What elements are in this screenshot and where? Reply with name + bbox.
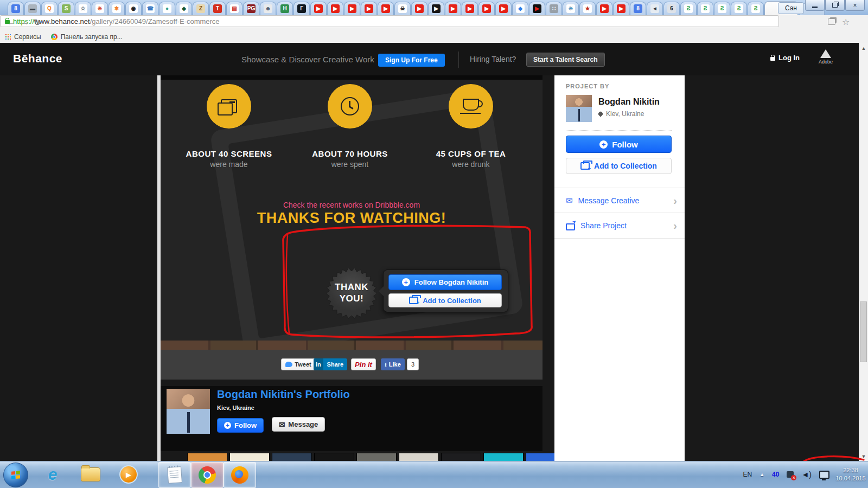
google-tab[interactable]: 8: [8, 2, 24, 15]
youtube-tab[interactable]: ▶: [495, 2, 512, 15]
share-project-row[interactable]: Share Project ›: [554, 213, 685, 239]
dribbble-link[interactable]: Check the recent works on Dribbble.com: [161, 201, 542, 209]
facebook-like-button[interactable]: fLike: [381, 358, 405, 370]
internet-explorer-button[interactable]: e: [42, 464, 63, 485]
follow-creator-button[interactable]: + Follow Bogdan Nikitin: [388, 274, 502, 290]
youtube-tab[interactable]: ▶: [361, 2, 377, 15]
youtube-tab[interactable]: ▶: [378, 2, 394, 15]
network-icon[interactable]: [819, 471, 829, 479]
youtube-dark-favicon: ▶: [432, 4, 441, 13]
bookmark-services[interactable]: Сервисы: [14, 33, 41, 41]
globe-teal-tab[interactable]: ●: [159, 2, 175, 15]
star-tab[interactable]: ☆: [75, 2, 91, 15]
forward-button[interactable]: →: [21, 17, 29, 27]
portfolio-title[interactable]: Bogdan Nikitin's Portfolio: [217, 388, 350, 401]
add-to-collection-button[interactable]: Add to Collection: [388, 293, 502, 307]
linkedin-share-button[interactable]: inShare: [314, 358, 347, 370]
sberbank-tab[interactable]: Ƨ: [731, 2, 747, 15]
pg-tab[interactable]: PG: [243, 2, 259, 15]
notepad-button[interactable]: [158, 462, 191, 488]
address-bar[interactable]: https://www.behance.net/gallery/24660049…: [0, 15, 779, 27]
scroll-down-arrow[interactable]: ▼: [860, 454, 867, 459]
youtube-tab[interactable]: ▶: [613, 2, 629, 15]
pinit-button[interactable]: Pin it: [351, 358, 376, 370]
youtube-tab[interactable]: ▶: [596, 2, 612, 15]
sberbank-tab[interactable]: Ƨ: [714, 2, 730, 15]
youtube-tab[interactable]: ▶: [462, 2, 478, 15]
creator-location[interactable]: Kiev, Ukraine: [598, 110, 644, 118]
message-creative-row[interactable]: ✉ Message Creative ›: [554, 188, 685, 213]
volume-icon[interactable]: ◄): [801, 470, 812, 479]
scroll-up-arrow[interactable]: ▲: [860, 46, 867, 51]
tray-clock[interactable]: 22:3810.04.2015: [833, 466, 868, 483]
firefox-button[interactable]: [224, 462, 256, 488]
split-view-icon[interactable]: [828, 18, 835, 25]
youtube-dark-tab[interactable]: ▶: [529, 2, 545, 15]
sidebar-follow-button[interactable]: +Follow: [566, 136, 672, 153]
file-explorer-button[interactable]: [80, 464, 101, 485]
creator-name[interactable]: Bogdan Nikitin: [598, 97, 660, 107]
media-red-tab[interactable]: ▤: [226, 2, 242, 15]
signup-button[interactable]: Sign Up For Free: [378, 54, 445, 67]
hidden-icons-arrow[interactable]: ▲: [760, 472, 764, 477]
tray-badge-40[interactable]: 40: [772, 471, 779, 478]
youtube-tab[interactable]: ▶: [478, 2, 495, 15]
gamepad-tab[interactable]: ▬: [24, 2, 41, 15]
bookmark-app-launcher[interactable]: Панель запуска пр...: [61, 33, 123, 41]
grey-dots-tab[interactable]: ∷: [546, 2, 562, 15]
restore-button[interactable]: [825, 0, 845, 11]
h-green-tab[interactable]: H: [277, 2, 293, 15]
phone-tab[interactable]: ☎: [142, 2, 158, 15]
q-orange-tab[interactable]: Q: [41, 2, 58, 15]
profile-button[interactable]: Сан: [778, 2, 804, 14]
login-button[interactable]: Log In: [769, 54, 800, 62]
gem-tab[interactable]: ◆: [176, 2, 192, 15]
sberbank-tab[interactable]: Ƨ: [697, 2, 713, 15]
sidebar-add-collection-button[interactable]: Add to Collection: [566, 158, 672, 174]
portfolio-message-button[interactable]: ✉Message: [272, 417, 326, 432]
skull-tab[interactable]: ☠: [394, 2, 411, 15]
creator-avatar[interactable]: [566, 95, 592, 122]
g-dark-tab[interactable]: Г: [293, 2, 310, 15]
minimize-button[interactable]: [805, 0, 825, 11]
language-indicator[interactable]: EN: [743, 471, 752, 478]
youtube-tab[interactable]: ▶: [310, 2, 327, 15]
portfolio-follow-button[interactable]: +Follow: [217, 418, 264, 433]
google-tab[interactable]: 8: [630, 2, 646, 15]
paw-tab[interactable]: ✱: [108, 2, 125, 15]
behance-logo[interactable]: Bēhance: [13, 52, 62, 65]
six-tab[interactable]: 6: [663, 2, 680, 15]
tweet-button[interactable]: Tweet: [281, 358, 316, 370]
youtube-tab[interactable]: ▶: [344, 2, 360, 15]
scrollbar-thumb[interactable]: [860, 301, 867, 362]
talent-search-button[interactable]: Start a Talent Search: [526, 53, 605, 67]
t-red-tab[interactable]: T: [209, 2, 226, 15]
film-reel-tab[interactable]: ◉: [125, 2, 142, 15]
youtube-tab[interactable]: ▶: [327, 2, 343, 15]
sberbank-tab[interactable]: Ƨ: [680, 2, 697, 15]
portfolio-avatar[interactable]: [167, 389, 210, 434]
close-button[interactable]: ×: [845, 0, 865, 11]
media-player-button[interactable]: ▶: [118, 464, 139, 485]
adobe-logo[interactable]: Adobe: [815, 49, 837, 65]
speaker-tab[interactable]: ◄: [647, 2, 663, 15]
bookmark-star-icon[interactable]: ☆: [842, 17, 850, 27]
red-asterisk-tab[interactable]: ✳: [92, 2, 108, 15]
page-scrollbar[interactable]: [859, 43, 868, 461]
action-center-flag-icon[interactable]: [787, 471, 794, 478]
face-tab[interactable]: ☻: [260, 2, 276, 15]
youtube-tab[interactable]: ▶: [411, 2, 427, 15]
blue-asterisk-tab[interactable]: ✳: [563, 2, 579, 15]
sberbank-tab[interactable]: Ƨ: [748, 2, 764, 15]
z-tan-tab[interactable]: Z: [193, 2, 209, 15]
start-button[interactable]: [3, 463, 28, 487]
youtube-dark-tab[interactable]: ▶: [428, 2, 444, 15]
nav-tagline: Showcase & Discover Creative Work: [241, 55, 374, 64]
youtube-tab[interactable]: ▶: [445, 2, 461, 15]
emblem-red-tab[interactable]: ★: [579, 2, 596, 15]
chrome-button[interactable]: [191, 462, 224, 488]
ssl-lock-icon[interactable]: [5, 20, 10, 24]
reload-button[interactable]: ↻: [34, 17, 41, 28]
pin-blue-tab[interactable]: ◆: [512, 2, 528, 15]
s-green-tab[interactable]: S: [58, 2, 74, 15]
